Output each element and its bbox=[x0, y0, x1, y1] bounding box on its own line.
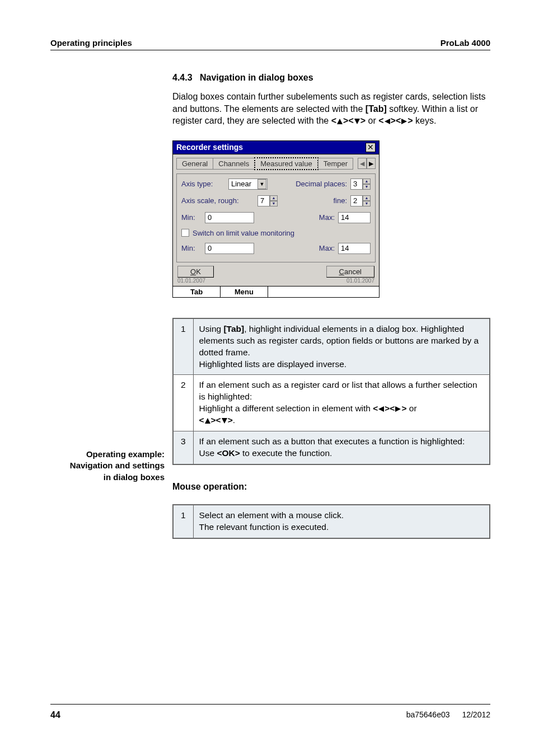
ok-button[interactable]: OK bbox=[177, 266, 214, 278]
svg-marker-6 bbox=[205, 418, 210, 424]
page-number: 44 bbox=[50, 710, 60, 720]
step-text: If an element such as a register card or… bbox=[193, 375, 490, 431]
softkey-tab[interactable]: Tab bbox=[173, 287, 221, 297]
max2-label: Max: bbox=[319, 244, 335, 252]
dialog-titlebar: Recorder settings ✕ bbox=[172, 140, 380, 154]
step-number: 2 bbox=[173, 375, 193, 431]
para-text: or bbox=[366, 116, 378, 125]
step-text: Select an element with a mouse click. Th… bbox=[193, 505, 490, 538]
axis-scale-rough-input[interactable]: 7 bbox=[257, 195, 270, 206]
tab-measured-value[interactable]: Measured value bbox=[254, 157, 318, 170]
footer-meta: ba75646e03 12/2012 bbox=[396, 710, 490, 720]
axis-scale-rough-label: Axis scale, rough: bbox=[181, 196, 254, 205]
tab-general[interactable]: General bbox=[176, 158, 213, 170]
triangle-left-icon bbox=[384, 118, 391, 125]
fine-input[interactable]: 2 bbox=[350, 195, 363, 206]
axis-type-value: Linear bbox=[231, 179, 251, 189]
max2-input[interactable]: 14 bbox=[338, 243, 371, 254]
close-icon[interactable]: ✕ bbox=[366, 143, 376, 152]
decimal-places-label: Decimal places: bbox=[296, 180, 347, 188]
section-title-text: Navigation in dialog boxes bbox=[200, 73, 313, 82]
tab-scroll-right-icon[interactable]: ▶ bbox=[367, 158, 376, 169]
softkey-empty bbox=[268, 287, 379, 297]
softkey-menu[interactable]: Menu bbox=[221, 287, 268, 297]
triangle-left-icon bbox=[378, 406, 385, 412]
table-row: 2 If an element such as a register card … bbox=[173, 375, 490, 431]
spinner-down-icon[interactable]: ▼ bbox=[363, 201, 371, 206]
axis-type-dropdown[interactable]: Linear ▼ bbox=[228, 179, 268, 190]
triangle-down-icon bbox=[354, 118, 360, 125]
spinner-down-icon[interactable]: ▼ bbox=[270, 201, 278, 206]
tab-strip: General Channels Measured value Temper ◀… bbox=[176, 157, 376, 170]
table-row: 1 Using [Tab], highlight individual elem… bbox=[173, 318, 490, 375]
max-label: Max: bbox=[319, 213, 335, 222]
tab-key-label: [Tab] bbox=[366, 104, 387, 114]
tab-temper[interactable]: Temper bbox=[318, 158, 353, 170]
decimal-places-input[interactable]: 3 bbox=[350, 179, 363, 190]
limit-monitoring-label: Switch on limit value monitoring bbox=[193, 229, 294, 237]
mouse-steps-table: 1 Select an element with a mouse click. … bbox=[172, 504, 490, 539]
limit-monitoring-checkbox[interactable] bbox=[181, 229, 189, 237]
triangle-right-icon bbox=[401, 118, 407, 125]
header-right: ProLab 4000 bbox=[441, 38, 490, 48]
step-number: 1 bbox=[173, 318, 193, 375]
footer-rule bbox=[50, 704, 490, 705]
step-number: 1 bbox=[173, 505, 193, 538]
svg-marker-3 bbox=[401, 119, 407, 124]
spinner-down-icon[interactable]: ▼ bbox=[363, 184, 371, 190]
step-number: 3 bbox=[173, 431, 193, 464]
header-left: Operating principles bbox=[50, 38, 132, 48]
triangle-down-icon bbox=[221, 417, 228, 424]
step-text: Using [Tab], highlight individual elemen… bbox=[193, 318, 490, 375]
spinner-up-icon[interactable]: ▲ bbox=[363, 195, 371, 201]
triangle-up-icon bbox=[204, 417, 211, 424]
tab-scroll-left-icon[interactable]: ◀ bbox=[358, 158, 367, 169]
intro-paragraph: Dialog boxes contain further subelements… bbox=[172, 91, 490, 127]
fine-label: fine: bbox=[333, 196, 347, 205]
axis-type-label: Axis type: bbox=[181, 180, 225, 188]
triangle-right-icon bbox=[395, 406, 401, 412]
svg-marker-4 bbox=[378, 406, 384, 412]
tab-panel: Axis type: Linear ▼ Decimal places: 3 ▲ … bbox=[176, 173, 376, 262]
keys-updown: <><> bbox=[331, 116, 366, 125]
datetime-left: 01.01.2007 bbox=[177, 278, 205, 284]
spinner-up-icon[interactable]: ▲ bbox=[270, 195, 278, 201]
min2-input[interactable]: 0 bbox=[205, 243, 254, 254]
svg-marker-2 bbox=[385, 119, 390, 124]
svg-marker-1 bbox=[354, 119, 360, 124]
dialog-recorder-settings: Recorder settings ✕ General Channels Mea… bbox=[172, 140, 380, 298]
svg-marker-0 bbox=[337, 119, 343, 124]
table-row: 1 Select an element with a mouse click. … bbox=[173, 505, 490, 538]
keys-leftright: <><> bbox=[378, 116, 413, 125]
para-text: keys. bbox=[413, 116, 437, 125]
svg-marker-5 bbox=[395, 406, 401, 412]
page-footer: 44 ba75646e03 12/2012 bbox=[50, 704, 490, 720]
table-row: 3 If an element such as a button that ex… bbox=[173, 431, 490, 464]
chevron-down-icon[interactable]: ▼ bbox=[257, 179, 266, 189]
section-heading: 4.4.3 Navigation in dialog boxes bbox=[172, 73, 490, 83]
min-label: Min: bbox=[181, 213, 202, 222]
header-rule bbox=[50, 50, 490, 50]
dialog-title: Recorder settings bbox=[176, 143, 243, 152]
svg-marker-7 bbox=[222, 418, 227, 424]
margin-label: Operating example: Navigation and settin… bbox=[47, 449, 165, 483]
softkey-bar: Tab Menu bbox=[172, 286, 380, 298]
max-input[interactable]: 14 bbox=[338, 212, 371, 223]
tab-channels[interactable]: Channels bbox=[213, 158, 255, 170]
mouse-operation-heading: Mouse operation: bbox=[172, 482, 490, 492]
min-input[interactable]: 0 bbox=[205, 212, 254, 223]
section-number: 4.4.3 bbox=[172, 73, 193, 82]
steps-table: 1 Using [Tab], highlight individual elem… bbox=[172, 318, 490, 465]
spinner-up-icon[interactable]: ▲ bbox=[363, 179, 371, 184]
datetime-right: 01.01.2007 bbox=[346, 278, 374, 284]
min2-label: Min: bbox=[181, 244, 202, 252]
triangle-up-icon bbox=[336, 118, 343, 125]
cancel-button[interactable]: Cancel bbox=[326, 266, 374, 278]
step-text: If an element such as a button that exec… bbox=[193, 431, 490, 464]
